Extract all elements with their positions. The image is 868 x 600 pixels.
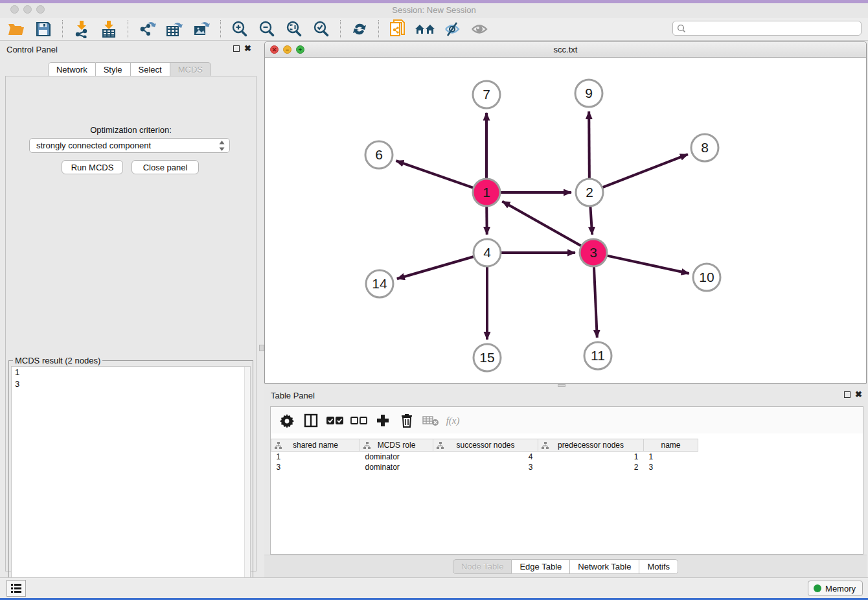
mcds-panel: Optimization criterion: strongly connect… <box>5 76 257 571</box>
memory-button[interactable]: Memory <box>808 581 863 596</box>
edge-1-6[interactable] <box>396 161 476 189</box>
export-network-icon[interactable] <box>136 19 158 39</box>
close-panel-button[interactable]: Close panel <box>131 160 199 174</box>
edge-4-14[interactable] <box>397 256 477 279</box>
node-label-15: 15 <box>479 350 494 365</box>
node-label-3: 3 <box>589 245 597 260</box>
import-table-icon[interactable] <box>98 19 120 39</box>
edge-3-1[interactable] <box>502 202 584 248</box>
edge-2-3[interactable] <box>590 203 592 235</box>
network-canvas[interactable]: 7968124314101511 <box>265 58 866 383</box>
column-header-successor-nodes[interactable]: successor nodes <box>433 439 538 452</box>
tab-edge-table[interactable]: Edge Table <box>512 559 570 574</box>
table-cell[interactable]: 1 <box>271 452 360 462</box>
clone-network-icon[interactable] <box>387 19 409 39</box>
homes-icon[interactable] <box>414 19 436 39</box>
table-cell[interactable]: 4 <box>433 452 538 462</box>
edge-2-8[interactable] <box>600 154 688 189</box>
column-view-icon[interactable] <box>301 411 321 430</box>
zoom-selected-icon[interactable] <box>310 19 332 39</box>
table-toolbar: f(x) <box>271 407 863 433</box>
network-window-titlebar[interactable]: ✕ − + scc.txt <box>265 42 866 58</box>
column-header-name[interactable]: name <box>644 439 698 452</box>
hide-graphics-details-icon[interactable] <box>441 19 463 39</box>
search-field[interactable] <box>672 21 862 36</box>
task-history-button[interactable] <box>6 580 26 597</box>
network-graph[interactable]: 7968124314101511 <box>265 58 866 383</box>
tab-node-table[interactable]: Node Table <box>453 559 512 574</box>
tab-motifs[interactable]: Motifs <box>639 559 678 574</box>
refresh-layout-icon[interactable] <box>348 19 371 39</box>
table-cell[interactable]: dominator <box>360 462 433 472</box>
trash-icon[interactable] <box>397 411 417 430</box>
close-panel-icon[interactable]: ✖ <box>244 44 251 52</box>
svg-text:f(x): f(x) <box>446 415 460 426</box>
table-row[interactable]: 3dominator323 <box>271 462 698 472</box>
delete-table-icon[interactable] <box>421 411 440 430</box>
table-cell[interactable]: 2 <box>538 462 644 472</box>
toolbar-separator <box>128 20 128 38</box>
tab-style[interactable]: Style <box>96 62 131 77</box>
toolbar-separator <box>62 20 63 38</box>
memory-label: Memory <box>825 584 856 594</box>
import-network-icon[interactable] <box>71 19 93 39</box>
control-panel-title: Control Panel <box>6 45 58 54</box>
table-row[interactable]: 1dominator411 <box>271 452 698 462</box>
table-panel-title: Table Panel <box>271 391 315 400</box>
memory-status-icon <box>814 584 821 592</box>
node-label-11: 11 <box>591 348 605 363</box>
table-cell[interactable]: 3 <box>271 462 360 472</box>
toolbar-separator <box>378 20 379 38</box>
edge-3-11[interactable] <box>594 264 597 338</box>
mcds-result-title: MCDS result (2 nodes) <box>13 356 102 365</box>
table-panel-header: Table Panel ✖ <box>264 387 867 404</box>
table-cell[interactable]: dominator <box>360 452 433 462</box>
column-header-shared-name[interactable]: shared name <box>271 439 360 452</box>
toolbar-separator <box>340 20 341 38</box>
float-panel-icon[interactable] <box>844 391 851 398</box>
select-all-checkboxes-icon[interactable] <box>325 411 345 430</box>
network-window-title: scc.txt <box>265 45 866 54</box>
gear-icon[interactable] <box>277 411 297 430</box>
export-table-icon[interactable] <box>163 19 185 39</box>
criterion-select[interactable]: strongly connected component <box>29 138 230 153</box>
column-header-MCDS-role[interactable]: MCDS role <box>360 439 433 452</box>
open-file-icon[interactable] <box>5 19 27 39</box>
tab-network[interactable]: Network <box>48 62 96 77</box>
splitter-handle[interactable] <box>259 345 264 351</box>
search-input[interactable] <box>686 23 861 34</box>
node-table[interactable]: shared nameMCDS rolesuccessor nodesprede… <box>271 439 698 472</box>
table-cell[interactable]: 1 <box>538 452 644 462</box>
search-icon <box>677 24 686 33</box>
zoom-in-icon[interactable] <box>229 19 251 39</box>
export-image-icon[interactable] <box>190 19 212 39</box>
vertical-splitter[interactable] <box>259 41 264 577</box>
combo-arrows-icon <box>218 140 225 152</box>
node-label-6: 6 <box>375 147 383 162</box>
mcds-result-list[interactable]: 13 <box>11 366 251 600</box>
zoom-out-icon[interactable] <box>256 19 278 39</box>
tab-select[interactable]: Select <box>131 62 170 77</box>
node-label-4: 4 <box>483 245 491 260</box>
edge-2-9[interactable] <box>589 111 589 181</box>
scrollbar[interactable] <box>244 367 250 600</box>
node-label-10: 10 <box>699 270 714 284</box>
save-session-icon[interactable] <box>32 19 54 39</box>
add-column-icon[interactable] <box>373 411 393 430</box>
tab-network-table[interactable]: Network Table <box>570 559 639 574</box>
tab-mcds[interactable]: MCDS <box>170 62 211 77</box>
eye-icon[interactable] <box>468 19 490 39</box>
table-cell[interactable]: 1 <box>644 452 698 462</box>
float-panel-icon[interactable] <box>233 45 240 52</box>
node-label-14: 14 <box>372 276 387 291</box>
close-panel-icon[interactable]: ✖ <box>855 390 862 398</box>
edge-3-10[interactable] <box>604 255 689 273</box>
edge-1-4[interactable] <box>486 203 487 235</box>
deselect-checkboxes-icon[interactable] <box>349 411 369 430</box>
zoom-fit-icon[interactable] <box>283 19 305 39</box>
run-mcds-button[interactable]: Run MCDS <box>62 160 123 174</box>
column-header-predecessor-nodes[interactable]: predecessor nodes <box>538 439 644 452</box>
function-builder-icon[interactable]: f(x) <box>445 411 464 430</box>
table-cell[interactable]: 3 <box>433 462 538 472</box>
table-cell[interactable]: 3 <box>644 462 698 472</box>
